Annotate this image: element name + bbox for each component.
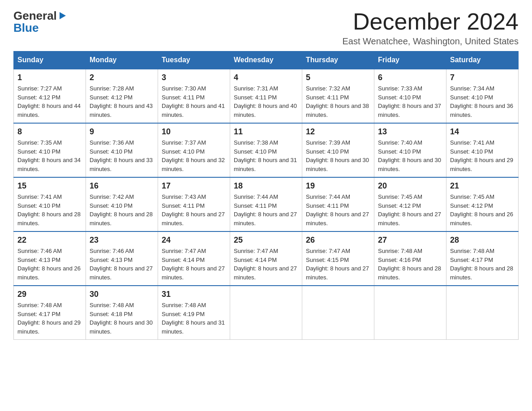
sunset-label: Sunset: [17, 94, 39, 101]
sunset-time: 4:11 PM [255, 202, 277, 209]
sunrise-label: Sunrise: [162, 193, 184, 200]
sunset-time: 4:10 PM [399, 94, 421, 101]
sunset-label: Sunset: [450, 202, 472, 209]
sunrise-time: 7:48 AM [184, 302, 206, 308]
sunset-label: Sunset: [450, 148, 472, 155]
day-info: Sunrise: 7:41 AM Sunset: 4:10 PM Dayligh… [17, 193, 82, 227]
calendar-cell-w2-d5: 12 Sunrise: 7:39 AM Sunset: 4:10 PM Dayl… [302, 123, 374, 177]
sunrise-time: 7:41 AM [40, 193, 62, 200]
sunrise-label: Sunrise: [162, 302, 184, 308]
day-info: Sunrise: 7:38 AM Sunset: 4:10 PM Dayligh… [234, 138, 298, 173]
calendar-week-2: 8 Sunrise: 7:35 AM Sunset: 4:10 PM Dayli… [14, 123, 519, 177]
col-sunday: Sunday [14, 51, 86, 69]
page-header: General Blue December 2024 East Wenatche… [13, 9, 519, 47]
calendar-cell-w1-d4: 4 Sunrise: 7:31 AM Sunset: 4:11 PM Dayli… [230, 69, 302, 123]
calendar-cell-w5-d2: 30 Sunrise: 7:48 AM Sunset: 4:18 PM Dayl… [86, 286, 158, 340]
calendar-cell-w4-d6: 27 Sunrise: 7:48 AM Sunset: 4:16 PM Dayl… [374, 231, 446, 286]
sunrise-time: 7:46 AM [40, 248, 62, 254]
day-number: 17 [162, 181, 226, 191]
daylight-label: Daylight: [90, 157, 114, 163]
col-friday: Friday [374, 51, 446, 69]
sunrise-label: Sunrise: [450, 193, 473, 200]
sunset-time: 4:14 PM [183, 257, 205, 263]
sunset-label: Sunset: [234, 148, 255, 155]
daylight-label: Daylight: [234, 157, 258, 163]
sunset-time: 4:12 PM [399, 202, 421, 209]
sunrise-label: Sunrise: [234, 139, 257, 146]
day-number: 7 [450, 73, 515, 82]
day-number: 15 [17, 181, 82, 191]
day-number: 11 [234, 127, 298, 137]
sunset-label: Sunset: [306, 148, 327, 155]
sunrise-label: Sunrise: [234, 193, 257, 200]
day-info: Sunrise: 7:47 AM Sunset: 4:15 PM Dayligh… [306, 247, 370, 282]
sunrise-label: Sunrise: [378, 85, 401, 92]
sunrise-label: Sunrise: [378, 248, 401, 254]
day-number: 8 [17, 127, 82, 137]
sunset-time: 4:19 PM [183, 311, 205, 317]
day-number: 22 [17, 235, 82, 245]
calendar-cell-w3-d3: 17 Sunrise: 7:43 AM Sunset: 4:11 PM Dayl… [158, 177, 230, 231]
calendar-cell-w1-d2: 2 Sunrise: 7:28 AM Sunset: 4:12 PM Dayli… [86, 69, 158, 123]
sunset-label: Sunset: [378, 148, 399, 155]
sunset-time: 4:10 PM [399, 148, 421, 155]
sunrise-time: 7:48 AM [112, 302, 134, 308]
daylight-label: Daylight: [306, 157, 330, 163]
sunrise-label: Sunrise: [450, 248, 473, 254]
day-info: Sunrise: 7:44 AM Sunset: 4:11 PM Dayligh… [306, 193, 370, 227]
day-number: 12 [306, 127, 370, 137]
day-info: Sunrise: 7:32 AM Sunset: 4:11 PM Dayligh… [306, 84, 370, 119]
sunrise-time: 7:28 AM [112, 85, 134, 92]
sunset-label: Sunset: [162, 257, 183, 263]
sunrise-label: Sunrise: [90, 193, 112, 200]
day-number: 10 [162, 127, 226, 137]
daylight-label: Daylight: [306, 211, 330, 218]
calendar-cell-w1-d1: 1 Sunrise: 7:27 AM Sunset: 4:12 PM Dayli… [14, 69, 86, 123]
sunset-time: 4:12 PM [472, 202, 493, 209]
sunset-time: 4:14 PM [255, 257, 277, 263]
day-info: Sunrise: 7:37 AM Sunset: 4:10 PM Dayligh… [162, 138, 226, 173]
calendar-cell-w3-d5: 19 Sunrise: 7:44 AM Sunset: 4:11 PM Dayl… [302, 177, 374, 231]
sunset-time: 4:12 PM [39, 94, 60, 101]
main-title: December 2024 [342, 9, 519, 34]
calendar-cell-w1-d7: 7 Sunrise: 7:34 AM Sunset: 4:10 PM Dayli… [446, 69, 519, 123]
sunrise-label: Sunrise: [234, 248, 257, 254]
sunrise-label: Sunrise: [90, 248, 112, 254]
sunset-label: Sunset: [90, 257, 111, 263]
day-info: Sunrise: 7:48 AM Sunset: 4:19 PM Dayligh… [162, 301, 226, 336]
sunrise-time: 7:41 AM [473, 139, 494, 146]
day-info: Sunrise: 7:33 AM Sunset: 4:10 PM Dayligh… [378, 84, 442, 119]
sunset-label: Sunset: [378, 202, 399, 209]
day-number: 29 [17, 290, 82, 299]
day-number: 25 [234, 235, 298, 245]
calendar-cell-w1-d6: 6 Sunrise: 7:33 AM Sunset: 4:10 PM Dayli… [374, 69, 446, 123]
day-number: 5 [306, 73, 370, 82]
day-info: Sunrise: 7:36 AM Sunset: 4:10 PM Dayligh… [90, 138, 154, 173]
day-number: 23 [90, 235, 154, 245]
sunset-time: 4:11 PM [183, 94, 205, 101]
daylight-label: Daylight: [90, 211, 114, 218]
sunset-label: Sunset: [450, 94, 472, 101]
sunrise-time: 7:46 AM [112, 248, 134, 254]
sunset-label: Sunset: [378, 94, 399, 101]
sunrise-time: 7:27 AM [40, 85, 62, 92]
sunrise-time: 7:47 AM [184, 248, 206, 254]
daylight-label: Daylight: [450, 211, 474, 218]
day-number: 14 [450, 127, 515, 137]
sunset-time: 4:10 PM [255, 148, 277, 155]
day-info: Sunrise: 7:45 AM Sunset: 4:12 PM Dayligh… [450, 193, 515, 227]
col-thursday: Thursday [302, 51, 374, 69]
sunset-time: 4:10 PM [472, 148, 493, 155]
day-number: 3 [162, 73, 226, 82]
calendar-cell-w2-d2: 9 Sunrise: 7:36 AM Sunset: 4:10 PM Dayli… [86, 123, 158, 177]
sunrise-label: Sunrise: [378, 139, 401, 146]
sunrise-label: Sunrise: [90, 85, 112, 92]
day-number: 4 [234, 73, 298, 82]
daylight-label: Daylight: [17, 319, 42, 326]
day-number: 21 [450, 181, 515, 191]
calendar-cell-w5-d3: 31 Sunrise: 7:48 AM Sunset: 4:19 PM Dayl… [158, 286, 230, 340]
daylight-label: Daylight: [17, 103, 42, 109]
sunset-label: Sunset: [17, 257, 39, 263]
day-info: Sunrise: 7:28 AM Sunset: 4:12 PM Dayligh… [90, 84, 154, 119]
sunrise-time: 7:47 AM [257, 248, 278, 254]
